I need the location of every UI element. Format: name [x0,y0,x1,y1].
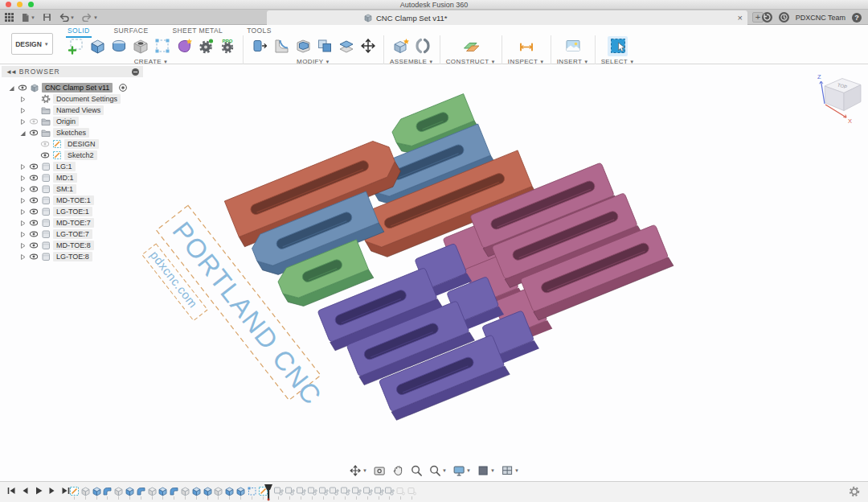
timeline-feature-fillet[interactable] [136,485,146,496]
revolve-icon[interactable] [108,36,129,56]
visibility-eye-icon[interactable] [29,218,39,228]
timeline-feature-extrude[interactable] [191,485,202,496]
new-component-icon[interactable] [391,36,411,56]
browser-row-origin[interactable]: Origin [2,116,143,127]
timeline-feature-box[interactable] [113,485,124,496]
timeline-feature-box[interactable] [180,485,190,496]
collapse-all-icon[interactable] [132,68,139,76]
timeline-feature-box[interactable] [147,485,158,496]
timeline-feature-component[interactable] [329,485,339,496]
tree-collapsed-icon[interactable] [19,174,27,183]
visibility-eye-icon[interactable] [18,83,27,93]
create-sketch-icon[interactable] [65,36,85,56]
tree-collapsed-icon[interactable] [19,163,27,171]
browser-header[interactable]: ◄◄ BROWSER [2,66,143,77]
gear-generative-icon[interactable] [195,36,215,56]
visibility-eye-icon[interactable] [29,241,39,250]
timeline-feature-fillet[interactable] [102,485,113,496]
browser-row-cnc-clamp-set-v11[interactable]: CNC Clamp Set v11 [2,82,143,93]
look-at-icon[interactable] [373,464,386,477]
timeline-feature-extrude[interactable] [125,485,135,496]
timeline-feature-component[interactable] [285,485,295,496]
hole-icon[interactable] [130,36,150,56]
display-settings-icon[interactable]: ▼ [452,464,471,477]
browser-row-sm-1[interactable]: SM:1 [2,183,143,195]
activate-component-radio[interactable] [118,83,128,93]
timeline-feature-ghost[interactable] [395,485,406,496]
timeline-feature-box[interactable] [213,485,223,496]
timeline-feature-component[interactable] [384,485,395,496]
visibility-eye-icon[interactable] [40,150,50,160]
timeline-feature-component[interactable] [318,485,329,496]
extrude-icon[interactable] [87,36,107,56]
press-pull-icon[interactable] [249,36,269,56]
pattern-icon[interactable] [152,36,172,56]
timeline-feature-extrude[interactable] [158,485,168,496]
timeline-settings-gear-icon[interactable] [849,486,860,500]
tab-close-icon[interactable]: × [738,12,743,23]
timeline-feature-component[interactable] [307,485,317,496]
tree-collapsed-icon[interactable] [19,219,27,228]
timeline-feature-ghost[interactable] [407,485,417,496]
timeline-feature-box[interactable] [80,485,91,496]
viewport-3d[interactable]: PORTLAND CNCpdxcnc.comTOPZX ◄◄ BROWSER C… [0,64,868,481]
timeline-feature-pattern[interactable] [247,485,257,496]
form-icon[interactable] [174,36,194,56]
browser-row-sketch2[interactable]: Sketch2 [2,150,143,161]
job-status-icon[interactable] [762,12,772,23]
zoom-window-icon[interactable]: ▼ [428,464,447,477]
collapse-panel-icon[interactable]: ◄◄ [6,68,15,76]
select-icon[interactable] [608,36,628,56]
timeline-step-forward-button[interactable] [47,486,57,496]
browser-row-document-settings[interactable]: Document Settings [2,93,143,105]
visibility-eye-icon[interactable] [29,195,39,205]
tree-collapsed-icon[interactable] [19,185,27,194]
save-icon[interactable] [43,13,51,22]
recent-activity-icon[interactable] [779,12,789,23]
tree-collapsed-icon[interactable] [19,253,27,261]
visibility-eye-icon[interactable] [29,162,39,171]
timeline-go-start-button[interactable] [6,486,16,496]
browser-row-md-toe-8[interactable]: MD-TOE:8 [2,240,143,251]
tree-collapsed-icon[interactable] [19,208,27,216]
tree-collapsed-icon[interactable] [19,106,27,115]
browser-row-lg-toe-1[interactable]: LG-TOE:1 [2,206,143,217]
timeline-step-back-button[interactable] [20,486,30,496]
view-cube[interactable]: TOPZX [817,73,861,125]
timeline-feature-component[interactable] [362,485,373,496]
timeline-feature-component[interactable] [374,485,384,496]
timeline-feature-sketch[interactable] [69,485,80,496]
tree-collapsed-icon[interactable] [19,196,27,205]
visibility-eye-icon[interactable] [29,252,39,261]
pan-icon[interactable] [391,464,404,477]
timeline-feature-component[interactable] [273,485,284,496]
orbit-icon[interactable]: ▼ [349,464,367,477]
browser-row-design[interactable]: DESIGN [2,138,143,150]
construct-plane-icon[interactable] [461,36,481,56]
tree-collapsed-icon[interactable] [19,230,27,239]
timeline-feature-extrude[interactable] [203,485,213,496]
browser-row-sketches[interactable]: Sketches [2,127,143,138]
grid-snaps-icon[interactable]: ▼ [477,464,495,477]
undo-icon[interactable]: ▼ [59,13,75,22]
insert-image-icon[interactable] [563,36,583,56]
browser-row-lg-toe-7[interactable]: LG-TOE:7 [2,228,143,240]
workspace-selector[interactable]: DESIGN ▼ [11,33,53,55]
move-icon[interactable] [358,36,378,56]
visibility-eye-icon[interactable] [29,207,39,216]
browser-row-named-views[interactable]: Named Views [2,105,143,116]
browser-row-md-toe-7[interactable]: MD-TOE:7 [2,217,143,228]
timeline-playhead[interactable] [264,483,273,502]
visibility-eye-icon[interactable] [29,128,39,138]
visibility-eye-icon[interactable] [29,117,39,126]
joint-icon[interactable] [412,36,432,56]
timeline-feature-extrude[interactable] [92,485,102,496]
visibility-eye-icon[interactable] [40,139,50,149]
shell-icon[interactable] [293,36,313,56]
gear-pro-icon[interactable]: PRO [217,36,237,56]
tree-expanded-icon[interactable] [19,129,27,138]
split-icon[interactable] [336,36,356,56]
help-icon[interactable]: ? [852,13,862,23]
visibility-eye-icon[interactable] [29,229,39,239]
timeline-feature-extrude[interactable] [224,485,235,496]
